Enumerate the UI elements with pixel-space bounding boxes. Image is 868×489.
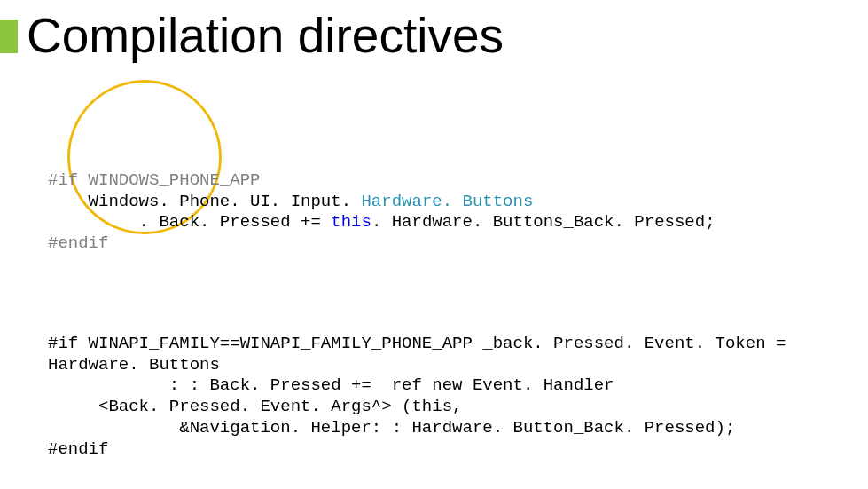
code-line: #endif — [48, 439, 108, 459]
code-block-csharp: #if WINDOWS_PHONE_APP Windows. Phone. UI… — [48, 149, 716, 255]
page-title: Compilation directives — [27, 7, 504, 64]
code-line: #if WINAPI_FAMILY==WINAPI_FAMILY_PHONE_A… — [48, 334, 786, 353]
preproc-endif: #endif — [48, 233, 108, 253]
keyword-this: this — [331, 212, 371, 232]
type-hardwarebuttons: Hardware. Buttons — [361, 192, 533, 211]
code-line: . Hardware. Buttons_Back. Pressed; — [371, 212, 716, 232]
code-line: <Back. Pressed. Event. Args^> (this, — [48, 397, 462, 416]
code-line: . Back. Pressed += — [48, 212, 331, 232]
preproc-if: #if WINDOWS_PHONE_APP — [48, 170, 260, 190]
code-line: &Navigation. Helper: : Hardware. Button_… — [48, 418, 735, 438]
accent-bar — [0, 20, 18, 53]
code-line: Hardware. Buttons — [48, 355, 220, 375]
code-line: : : Back. Pressed += ref new Event. Hand… — [48, 375, 614, 395]
code-line: Windows. Phone. UI. Input. — [48, 192, 361, 211]
code-block-cpp: #if WINAPI_FAMILY==WINAPI_FAMILY_PHONE_A… — [48, 312, 786, 460]
